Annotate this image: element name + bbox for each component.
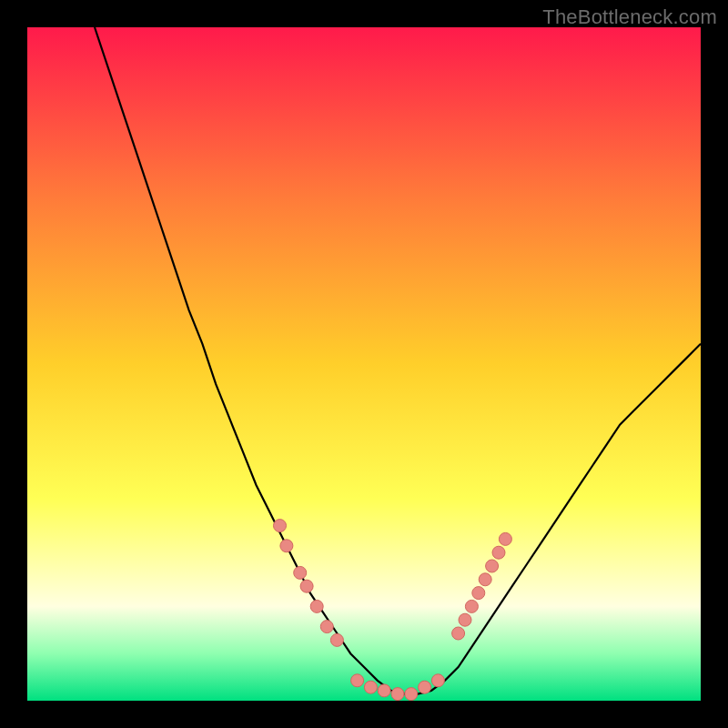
curve-marker	[479, 573, 491, 586]
curve-marker	[364, 681, 377, 693]
curve-marker	[300, 580, 313, 592]
curve-marker	[274, 520, 287, 532]
curve-marker	[431, 674, 444, 687]
curve-marker	[330, 633, 343, 646]
curve-marker	[472, 587, 485, 600]
curve-marker	[351, 674, 364, 687]
curve-marker	[459, 613, 471, 626]
curve-marker	[486, 560, 499, 572]
curve-marker	[320, 621, 333, 633]
curve-marker	[419, 681, 431, 693]
curve-marker	[499, 532, 511, 545]
curve-marker	[280, 540, 293, 552]
curve-marker	[378, 684, 390, 697]
curve-marker	[452, 627, 465, 640]
bottleneck-chart	[27, 27, 701, 701]
curve-marker	[391, 688, 404, 701]
chart-frame	[27, 27, 701, 701]
curve-marker	[465, 600, 478, 612]
curve-marker	[294, 566, 307, 579]
curve-marker	[405, 688, 418, 701]
watermark-text: TheBottleneck.com	[542, 5, 717, 29]
curve-marker	[492, 546, 505, 559]
curve-marker	[310, 600, 323, 612]
